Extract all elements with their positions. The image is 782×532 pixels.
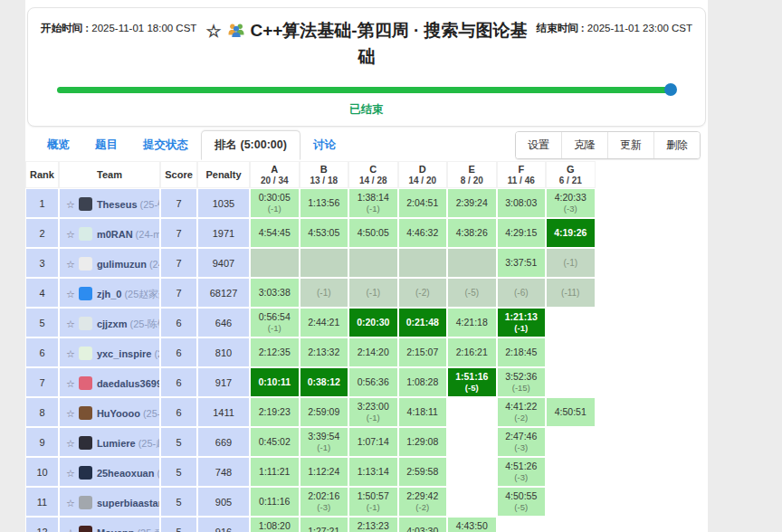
solve-time: 0:45:02 [251, 436, 299, 448]
clone-button[interactable]: 克隆 [561, 132, 607, 158]
solve-time: 2:15:07 [399, 347, 447, 358]
problem-cell-B: 2:44:21 [300, 308, 349, 337]
col-header-problem-B[interactable]: B13 / 18 [300, 161, 349, 188]
penalty-cell: 1411 [197, 397, 250, 427]
problem-stat: 20 / 34 [251, 176, 299, 186]
tab-ranking[interactable]: 排名 (5:00:00) [201, 130, 300, 160]
avatar [79, 347, 92, 360]
col-header-problem-D[interactable]: D14 / 20 [398, 161, 448, 188]
tab-overview[interactable]: 概览 [34, 131, 82, 159]
row-star-icon[interactable]: ☆ [66, 348, 75, 359]
col-header-problem-A[interactable]: A20 / 34 [250, 161, 300, 188]
rank-cell: 4 [25, 278, 59, 308]
delete-button[interactable]: 删除 [653, 132, 700, 158]
end-time: 结束时间 : 2025-11-01 23:00 CST [537, 18, 692, 35]
solve-time: 0:38:12 [300, 376, 348, 388]
attempt-count: (-2) [399, 288, 447, 299]
score-cell: 6 [160, 337, 197, 367]
row-star-icon[interactable]: ☆ [66, 468, 75, 479]
penalty-cell: 748 [197, 457, 250, 487]
col-header-problem-C[interactable]: C14 / 28 [348, 161, 398, 188]
problem-cell-F: 1:21:13(-1) [497, 308, 547, 337]
row-star-icon[interactable]: ☆ [66, 498, 75, 508]
solve-time: 1:27:21 [300, 526, 348, 532]
problem-cell-G: (-1) [546, 248, 596, 278]
team-name[interactable]: zjh_0 [97, 289, 122, 299]
favorite-star-icon[interactable]: ☆ [205, 22, 221, 41]
penalty-cell: 905 [197, 487, 250, 517]
attempt-count: (-6) [498, 288, 546, 299]
solve-time: 0:10:11 [251, 376, 299, 388]
rank-cell: 2 [25, 218, 59, 248]
update-button[interactable]: 更新 [607, 132, 653, 158]
contest-progress-bar [57, 83, 676, 96]
team-name[interactable]: 25heaoxuan [97, 468, 155, 479]
ranking-table: Rank Team Score Penalty A20 / 34B13 / 18… [25, 161, 596, 532]
solve-time: 4:38:26 [448, 227, 496, 239]
tab-discussion[interactable]: 讨论 [300, 131, 348, 159]
start-time: 开始时间 : 2025-11-01 18:00 CST [41, 18, 196, 35]
problem-cell-E: 2:39:24 [447, 188, 497, 218]
score-cell: 5 [160, 487, 197, 517]
tab-problems[interactable]: 题目 [82, 131, 130, 159]
problem-cell-A [250, 248, 300, 278]
problem-cell-G [546, 427, 596, 457]
problem-cell-C: 0:20:30 [348, 308, 398, 337]
problem-letter: C [349, 164, 397, 176]
solve-time: 1:13:56 [300, 197, 348, 209]
team-name[interactable]: Moyann [97, 527, 135, 532]
team-name[interactable]: gulimuzun [97, 259, 147, 270]
row-star-icon[interactable]: ☆ [66, 378, 75, 389]
problem-cell-D: 1:08:28 [398, 367, 448, 397]
team-name[interactable]: daedalus3699 [97, 378, 160, 389]
row-star-icon[interactable]: ☆ [66, 199, 75, 210]
team-cell: ☆HuYoooo(25-黄林凯) [59, 397, 160, 427]
row-star-icon[interactable]: ☆ [66, 438, 75, 449]
problem-stat: 14 / 20 [399, 176, 447, 186]
solve-time: 4:54:45 [251, 227, 299, 239]
solve-time: 4:50:55 [498, 490, 546, 502]
penalty-cell: 68127 [197, 278, 250, 308]
solve-time: 1:11:21 [251, 466, 299, 478]
table-row: 12☆Moyann(25-程通褚)59161:08:20(-2)1:27:212… [25, 517, 596, 532]
team-suffix: (25-程通褚) [137, 527, 160, 532]
col-header-problem-G[interactable]: G6 / 21 [546, 161, 596, 188]
problem-cell-G [546, 308, 596, 337]
col-header-problem-F[interactable]: F11 / 46 [497, 161, 547, 188]
team-cell: ☆Moyann(25-程通褚) [59, 517, 160, 532]
solve-time: 4:46:32 [399, 227, 447, 239]
row-star-icon[interactable]: ☆ [66, 259, 75, 270]
team-name[interactable]: m0RAN [97, 229, 133, 240]
row-star-icon[interactable]: ☆ [66, 318, 75, 329]
problem-cell-A: 4:54:45 [250, 218, 300, 248]
tab-submission-status[interactable]: 提交状态 [130, 131, 201, 159]
team-name[interactable]: cjjzxm [97, 318, 128, 329]
problem-cell-B: 2:59:09 [300, 397, 349, 427]
problem-cell-A: 2:12:35 [250, 337, 300, 367]
team-name[interactable]: yxc_inspire [97, 348, 152, 359]
avatar [79, 496, 92, 509]
problem-cell-A: 0:11:16 [250, 487, 300, 517]
team-suffix: (24-moRAN) [136, 229, 160, 240]
attempt-count: (-1) [547, 258, 595, 269]
row-star-icon[interactable]: ☆ [66, 229, 75, 240]
people-icon [226, 23, 246, 38]
problem-cell-D: 0:21:48 [398, 308, 448, 337]
row-star-icon[interactable]: ☆ [66, 289, 75, 299]
problem-cell-C: 1:13:14 [348, 457, 398, 487]
attempt-count: (-1) [349, 502, 397, 512]
col-header-problem-E[interactable]: E8 / 20 [447, 161, 497, 188]
team-name[interactable]: Theseus [97, 199, 138, 210]
team-name[interactable]: Lumiere [97, 438, 136, 449]
settings-button[interactable]: 设置 [516, 132, 561, 158]
team-name[interactable]: HuYoooo [97, 408, 140, 419]
score-cell: 7 [160, 218, 197, 248]
solve-time: 4:53:05 [300, 227, 348, 239]
team-name[interactable]: superbiaastaroth [97, 498, 160, 508]
solve-time: 4:29:15 [498, 227, 546, 239]
row-star-icon[interactable]: ☆ [66, 408, 75, 419]
penalty-cell: 810 [197, 337, 250, 367]
solve-time: 3:39:54 [300, 431, 348, 442]
contest-header-card: 开始时间 : 2025-11-01 18:00 CST ☆C++算法基础-第四周… [27, 7, 706, 127]
row-star-icon[interactable]: ☆ [66, 527, 75, 532]
